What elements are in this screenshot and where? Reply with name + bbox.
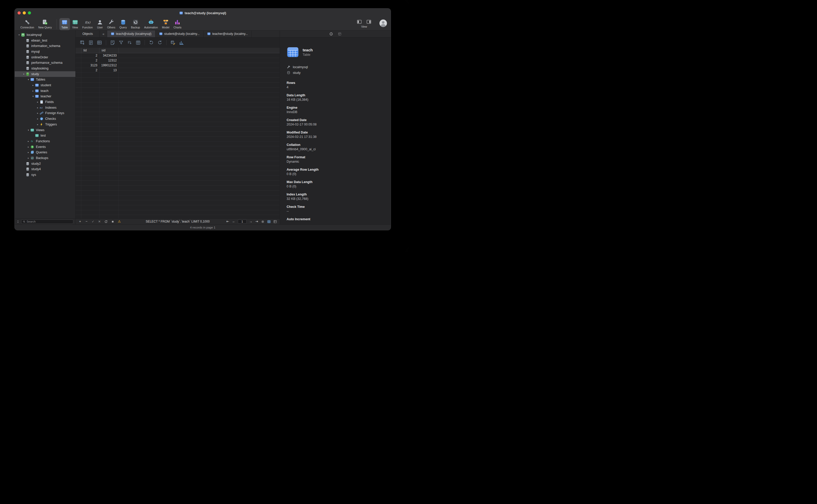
ddl-icon[interactable] xyxy=(338,32,342,36)
prev-page-icon[interactable]: ← xyxy=(232,219,235,224)
chevron-right-icon[interactable]: ▸ xyxy=(36,112,40,114)
chevron-right-icon[interactable]: ▸ xyxy=(36,123,40,126)
chart-icon[interactable] xyxy=(179,40,184,45)
sidebar-item-study2[interactable]: study2 xyxy=(15,161,75,167)
columns-icon[interactable] xyxy=(136,40,141,45)
sidebar-item-teach[interactable]: ▸teach xyxy=(15,88,75,94)
toolbar-new-query-button[interactable]: New Query xyxy=(36,18,54,30)
chevron-down-icon[interactable]: ▾ xyxy=(31,95,35,98)
delete-record-icon[interactable]: − xyxy=(85,219,88,224)
chevron-right-icon[interactable]: ▸ xyxy=(36,117,40,120)
form-view-toggle-icon[interactable] xyxy=(273,219,277,224)
tab-student-study-localmy[interactable]: student@study (localmy... xyxy=(155,30,203,37)
sidebar-item-localmysql[interactable]: ▾localmysql xyxy=(15,32,75,38)
toolbar-user-button[interactable]: User xyxy=(95,18,105,30)
grid-cell[interactable]: 2 xyxy=(81,53,99,58)
toolbar-model-button[interactable]: Model xyxy=(160,18,171,30)
sidebar-item-test[interactable]: test xyxy=(15,133,75,138)
discard-changes-icon[interactable]: ✕ xyxy=(98,219,101,224)
chevron-right-icon[interactable]: ▸ xyxy=(36,106,40,109)
sidebar-item-sys[interactable]: sys xyxy=(15,172,75,178)
chevron-right-icon[interactable]: ▸ xyxy=(27,157,30,159)
chevron-right-icon[interactable]: ▸ xyxy=(27,151,30,154)
settings-icon[interactable] xyxy=(261,219,265,224)
chevron-down-icon[interactable]: ▾ xyxy=(22,73,26,75)
column-header-sid[interactable]: sid xyxy=(99,48,119,53)
collapse-tabs-button[interactable]: « xyxy=(100,30,107,37)
table-row[interactable]: 234234233 xyxy=(76,53,280,58)
info-icon[interactable] xyxy=(329,32,333,36)
search-box[interactable] xyxy=(21,219,73,224)
sidebar-item-study4[interactable]: study4 xyxy=(15,167,75,172)
toggle-right-pane-icon[interactable] xyxy=(366,19,372,25)
tab-teach-study-localmysql[interactable]: teach@study (localmysql) xyxy=(107,30,155,37)
sidebar-item-fields[interactable]: ▸Fields xyxy=(15,99,75,105)
search-input[interactable] xyxy=(27,220,72,223)
grid-cell[interactable]: 13 xyxy=(99,68,119,73)
toggle-left-pane-icon[interactable] xyxy=(357,19,362,25)
toolbar-automation-button[interactable]: Automation xyxy=(142,18,160,30)
page-number-input[interactable] xyxy=(238,219,247,224)
warning-icon[interactable]: ⚠ xyxy=(117,219,121,224)
chevron-right-icon[interactable]: ▸ xyxy=(31,84,35,86)
grid-cell[interactable]: 2 xyxy=(81,68,99,73)
apply-changes-icon[interactable]: ✓ xyxy=(91,219,95,224)
toolbar-connection-button[interactable]: Connection xyxy=(18,18,36,30)
sidebar-item-study[interactable]: ▾study xyxy=(15,71,75,77)
sidebar-item-triggers[interactable]: ▸Triggers xyxy=(15,122,75,127)
next-page-icon[interactable]: → xyxy=(249,219,253,224)
sort-icon[interactable] xyxy=(127,40,132,45)
chevron-right-icon[interactable]: ▸ xyxy=(31,90,35,92)
last-page-icon[interactable]: ⇥ xyxy=(255,219,258,224)
refresh-icon[interactable] xyxy=(104,219,108,224)
sidebar-item-checks[interactable]: ▸Checks xyxy=(15,116,75,122)
sidebar-item-functions[interactable]: ▸fxFunctions xyxy=(15,138,75,144)
sidebar-item-foreign-keys[interactable]: ▸Foreign Keys xyxy=(15,111,75,116)
form-view-icon[interactable] xyxy=(97,40,102,45)
fullscreen-window-button[interactable] xyxy=(28,11,31,14)
export-wizard-icon[interactable] xyxy=(157,40,162,45)
sidebar-item-student[interactable]: ▸student xyxy=(15,82,75,88)
stop-icon[interactable] xyxy=(111,219,115,224)
chevron-down-icon[interactable]: ▾ xyxy=(27,78,30,81)
table-row[interactable]: 212312 xyxy=(76,58,280,63)
close-window-button[interactable] xyxy=(18,11,21,14)
toolbar-table-button[interactable]: Table xyxy=(59,18,70,30)
toolbar-backup-button[interactable]: Backup xyxy=(129,18,142,30)
sidebar-item-backups[interactable]: ▸Backups xyxy=(15,155,75,161)
chevron-right-icon[interactable]: ▸ xyxy=(36,101,40,103)
sidebar-item-events[interactable]: ▸Events xyxy=(15,144,75,150)
grid-cell[interactable]: 199012312 xyxy=(99,63,119,68)
toolbar-view-button[interactable]: View xyxy=(70,18,80,30)
sidebar-item-information-schema[interactable]: information_schema xyxy=(15,43,75,49)
chevron-down-icon[interactable]: ▾ xyxy=(17,34,21,36)
import-wizard-icon[interactable] xyxy=(149,40,154,45)
filter-icon[interactable] xyxy=(119,40,124,45)
chevron-right-icon[interactable]: ▸ xyxy=(27,146,30,148)
grid-cell[interactable]: 12312 xyxy=(99,58,119,63)
table-row[interactable]: 213 xyxy=(76,68,280,73)
sidebar-item-performance-schema[interactable]: performance_schema xyxy=(15,60,75,66)
chevron-down-icon[interactable]: ▾ xyxy=(27,129,30,131)
chevron-right-icon[interactable]: ▸ xyxy=(27,140,30,143)
sidebar-item-views[interactable]: ▾Views xyxy=(15,127,75,133)
user-avatar[interactable] xyxy=(379,19,387,27)
sidebar-item-onlineorder[interactable]: onlineOrder xyxy=(15,54,75,60)
toolbar-others-button[interactable]: Others xyxy=(105,18,117,30)
tab-objects[interactable]: Objects xyxy=(76,30,100,37)
edit-table-icon[interactable] xyxy=(170,40,176,45)
toolbar-function-button[interactable]: f(x)Function xyxy=(80,18,95,30)
first-page-icon[interactable]: ⇤ xyxy=(226,219,230,224)
grid-cell[interactable]: 2 xyxy=(81,58,99,63)
grid-cell[interactable]: 34234233 xyxy=(99,53,119,58)
add-record-icon[interactable]: + xyxy=(78,219,82,224)
grid-view-toggle-icon[interactable] xyxy=(267,219,271,224)
titlebar[interactable]: teach@study (localmysql) xyxy=(15,9,391,17)
sidebar-item-ebean-test[interactable]: ebean_test xyxy=(15,38,75,43)
grid-cell[interactable]: 3123 xyxy=(81,63,99,68)
toolbar-query-button[interactable]: Query xyxy=(117,18,129,30)
text-view-icon[interactable] xyxy=(88,40,93,45)
begin-transaction-icon[interactable] xyxy=(80,40,85,45)
sidebar-item-queries[interactable]: ▸Queries xyxy=(15,149,75,155)
toolbar-charts-button[interactable]: Charts xyxy=(171,18,184,30)
